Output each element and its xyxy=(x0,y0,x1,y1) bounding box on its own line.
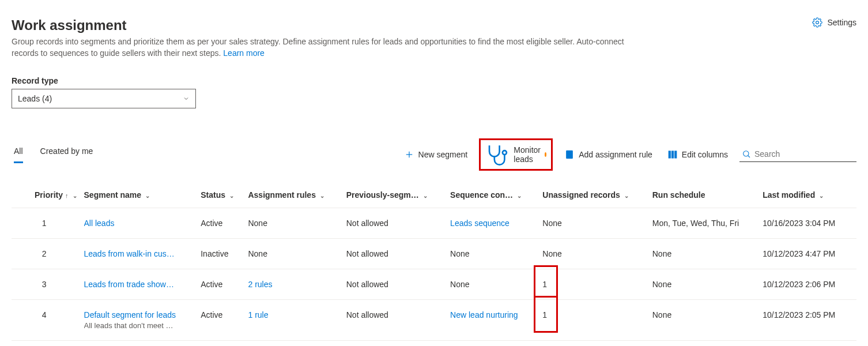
page-description: Group records into segments and prioriti… xyxy=(12,36,646,59)
settings-button[interactable]: Settings xyxy=(812,17,856,28)
col-unassigned-records[interactable]: Unassigned records⌄ xyxy=(542,182,652,208)
segment-link[interactable]: All leads xyxy=(84,219,176,228)
cell-prev: Not allowed xyxy=(346,300,450,341)
edit-columns-label: Edit columns xyxy=(682,150,728,159)
cell-prev: Not allowed xyxy=(346,208,450,239)
col-status[interactable]: Status⌄ xyxy=(201,182,248,208)
cell-prev: Not allowed xyxy=(346,269,450,300)
cell-status: Active xyxy=(201,269,248,300)
svg-point-0 xyxy=(816,21,819,24)
rules-link[interactable]: 1 rule xyxy=(248,310,268,319)
columns-icon xyxy=(667,149,678,160)
stethoscope-icon xyxy=(485,142,510,167)
cell-rules: None xyxy=(248,208,346,239)
col-assignment-rules[interactable]: Assignment rules⌄ xyxy=(248,182,346,208)
gear-icon xyxy=(812,17,822,28)
cell-status: Inactive xyxy=(201,239,248,269)
cell-modified: 10/16/2023 3:04 PM xyxy=(763,208,856,239)
search-input-wrap[interactable] xyxy=(739,148,856,162)
chevron-down-icon xyxy=(183,95,190,102)
cell-unassigned: 1 xyxy=(542,269,652,300)
tab-created-by-me[interactable]: Created by me xyxy=(40,146,93,163)
svg-line-12 xyxy=(748,156,750,157)
cell-priority: 1 xyxy=(12,208,84,239)
cell-modified: 10/12/2023 4:47 PM xyxy=(763,239,856,269)
document-icon xyxy=(564,149,575,160)
cell-sequence: New lead nurturing xyxy=(450,300,542,341)
edit-columns-button[interactable]: Edit columns xyxy=(664,147,731,162)
table-row[interactable]: 3 Leads from trade shows … Active 2 rule… xyxy=(12,269,856,300)
learn-more-link[interactable]: Learn more xyxy=(223,48,265,58)
cell-sequence: None xyxy=(450,269,542,300)
cell-schedule: None xyxy=(652,269,763,300)
segments-table: Priority↑⌄ Segment name⌄ Status⌄ Assignm… xyxy=(12,182,856,341)
table-row[interactable]: 4 Default segment for leads All leads th… xyxy=(12,300,856,341)
col-priority[interactable]: Priority↑⌄ xyxy=(12,182,84,208)
svg-rect-10 xyxy=(675,151,677,158)
cell-schedule: Mon, Tue, Wed, Thu, Fri xyxy=(652,208,763,239)
cell-segment-name: Leads from trade shows … xyxy=(84,269,201,300)
sequence-link[interactable]: New lead nurturing xyxy=(450,310,518,319)
table-body: 1 All leads Active None Not allowed Lead… xyxy=(12,208,856,341)
cell-modified: 10/12/2023 2:06 PM xyxy=(763,269,856,300)
cell-prev: Not allowed xyxy=(346,239,450,269)
col-sequence-connected[interactable]: Sequence con…⌄ xyxy=(450,182,542,208)
segment-link[interactable]: Leads from walk-in custo… xyxy=(84,249,176,258)
record-type-select[interactable]: Leads (4) xyxy=(12,89,196,108)
add-assignment-rule-label: Add assignment rule xyxy=(579,150,652,159)
cell-rules: None xyxy=(248,239,346,269)
monitor-leads-label: Monitor leads xyxy=(514,145,541,164)
table-row[interactable]: 2 Leads from walk-in custo… Inactive Non… xyxy=(12,239,856,269)
new-segment-label: New segment xyxy=(418,150,468,159)
page-title: Work assignment xyxy=(12,17,646,33)
cell-unassigned: None xyxy=(542,239,652,269)
segment-link[interactable]: Default segment for leads xyxy=(84,310,176,319)
cell-priority: 3 xyxy=(12,269,84,300)
cell-unassigned: None xyxy=(542,208,652,239)
new-segment-button[interactable]: New segment xyxy=(401,147,471,162)
search-icon xyxy=(742,149,751,159)
plus-icon xyxy=(404,149,414,160)
sequence-link[interactable]: Leads sequence xyxy=(450,219,510,228)
monitor-leads-button[interactable]: Monitor leads xyxy=(479,138,553,171)
cell-status: Active xyxy=(201,208,248,239)
col-segment-name[interactable]: Segment name⌄ xyxy=(84,182,201,208)
rules-link[interactable]: 2 rules xyxy=(248,280,272,289)
add-assignment-rule-button[interactable]: Add assignment rule xyxy=(561,147,656,162)
cell-segment-name: Leads from walk-in custo… xyxy=(84,239,201,269)
cell-segment-name: All leads xyxy=(84,208,201,239)
cell-sequence: None xyxy=(450,239,542,269)
search-input[interactable] xyxy=(754,149,855,159)
settings-label: Settings xyxy=(827,18,856,27)
cell-priority: 4 xyxy=(12,300,84,341)
cell-priority: 2 xyxy=(12,239,84,269)
svg-point-11 xyxy=(744,151,749,156)
cell-modified: 10/12/2023 2:05 PM xyxy=(763,300,856,341)
cell-schedule: None xyxy=(652,300,763,341)
col-previously-segmented[interactable]: Previously-segm…⌄ xyxy=(346,182,450,208)
cell-unassigned: 1 xyxy=(542,300,652,341)
cell-status: Active xyxy=(201,300,248,341)
record-type-label: Record type xyxy=(12,76,856,85)
cell-sequence: Leads sequence xyxy=(450,208,542,239)
record-type-value: Leads (4) xyxy=(18,94,52,103)
svg-point-3 xyxy=(503,151,507,155)
svg-rect-9 xyxy=(671,151,673,158)
col-run-schedule[interactable]: Run schedule xyxy=(652,182,763,208)
cell-rules: 1 rule xyxy=(248,300,346,341)
alert-dot-icon xyxy=(545,152,546,157)
table-row[interactable]: 1 All leads Active None Not allowed Lead… xyxy=(12,208,856,239)
svg-rect-8 xyxy=(669,151,670,158)
segment-subtitle: All leads that don't meet oth… xyxy=(84,321,176,330)
col-last-modified[interactable]: Last modified⌄ xyxy=(763,182,856,208)
cell-rules: 2 rules xyxy=(248,269,346,300)
cell-schedule: None xyxy=(652,239,763,269)
segment-link[interactable]: Leads from trade shows … xyxy=(84,280,176,289)
description-text: Group records into segments and prioriti… xyxy=(12,37,624,58)
cell-segment-name: Default segment for leads All leads that… xyxy=(84,300,201,341)
tab-all[interactable]: All xyxy=(14,146,23,163)
